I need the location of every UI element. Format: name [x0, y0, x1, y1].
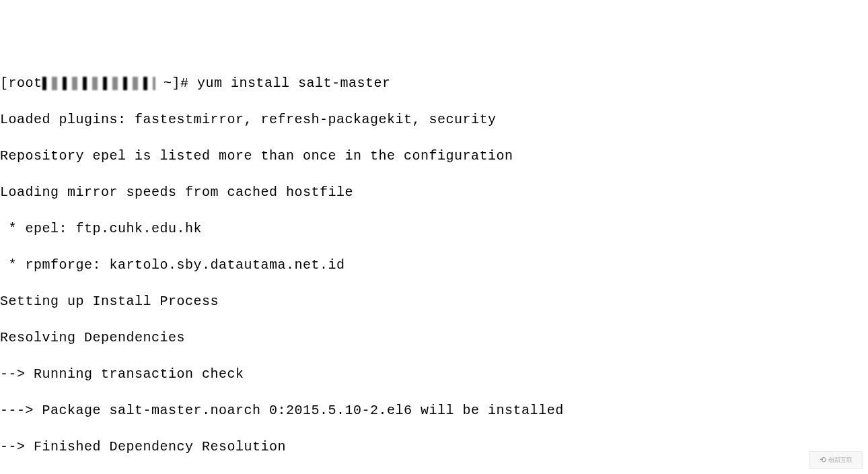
watermark-badge: ⟲ 创新互联: [809, 451, 863, 469]
output-line: --> Running transaction check: [0, 365, 868, 383]
output-line: Repository epel is listed more than once…: [0, 147, 868, 165]
watermark-text: 创新互联: [828, 456, 853, 464]
output-line: Loaded plugins: fastestmirror, refresh-p…: [0, 110, 868, 129]
output-line: Setting up Install Process: [0, 292, 868, 310]
output-line: ---> Package salt-master.noarch 0:2015.5…: [0, 401, 868, 419]
prompt-prefix: [root: [0, 75, 42, 91]
output-line: Loading mirror speeds from cached hostfi…: [0, 183, 868, 201]
prompt-suffix: ~]#: [155, 75, 198, 91]
watermark-icon: ⟲: [820, 454, 826, 465]
prompt-line: [root ~]# yum install salt-master: [0, 74, 868, 92]
hostname-redacted: [42, 77, 155, 90]
output-line: --> Finished Dependency Resolution: [0, 438, 868, 456]
output-line: * rpmforge: kartolo.sby.datautama.net.id: [0, 256, 868, 274]
output-line: Resolving Dependencies: [0, 329, 868, 347]
output-line: * epel: ftp.cuhk.edu.hk: [0, 219, 868, 238]
command-text: yum install salt-master: [197, 75, 391, 91]
